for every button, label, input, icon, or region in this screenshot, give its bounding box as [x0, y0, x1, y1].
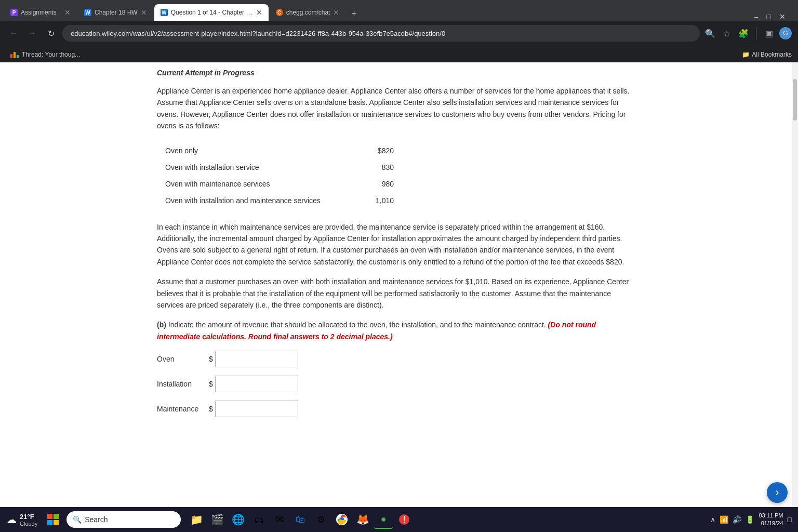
pricing-row-1: Oven only $820 — [165, 142, 635, 159]
tab-close-chapter18hw[interactable]: ✕ — [141, 8, 147, 17]
clock-date: 01/19/24 — [759, 520, 783, 527]
address-icons: 🔍 ☆ 🧩 ▣ G — [704, 27, 792, 39]
tab-close-cheggchat[interactable]: ✕ — [333, 8, 339, 17]
oven-label: Oven — [157, 355, 209, 363]
new-tab-button[interactable]: + — [347, 6, 361, 21]
datetime-display[interactable]: 03:11 PM 01/19/24 — [759, 512, 783, 528]
extensions-icon[interactable]: 🧩 — [737, 27, 750, 39]
body-paragraph-1: In each instance in which maintenance se… — [157, 221, 635, 268]
taskbar-app-store[interactable]: 🛍 — [291, 510, 310, 529]
start-button[interactable] — [44, 510, 62, 529]
taskbar-app-files[interactable]: 🗂 — [249, 510, 268, 529]
tab-close-assignments[interactable]: ✕ — [64, 8, 71, 17]
tab-favicon-question1: W — [161, 9, 168, 16]
maintenance-input[interactable] — [215, 401, 298, 417]
sidebar-icon[interactable]: ▣ — [763, 27, 775, 39]
tab-cheggchat[interactable]: C chegg.com/chat ✕ — [270, 4, 346, 21]
browser-chrome: P Assignments ✕ W Chapter 18 HW ✕ W Ques… — [0, 0, 798, 62]
tab-favicon-assignments: P — [10, 9, 18, 16]
intro-paragraph: Appliance Center is an experienced home … — [157, 85, 635, 132]
taskbar-app-settings[interactable]: ⚙ — [312, 510, 330, 529]
bookmarks-folder-icon: 📁 — [742, 51, 750, 58]
taskbar-app-firefox[interactable]: 🦊 — [353, 510, 372, 529]
maintenance-label: Maintenance — [157, 405, 209, 413]
taskbar-app-fileexplorer[interactable]: 📁 — [187, 510, 206, 529]
part-label: (b) — [157, 321, 166, 329]
tab-label-cheggchat: chegg.com/chat — [286, 9, 330, 16]
installation-input[interactable] — [215, 376, 298, 392]
scroll-right-button[interactable]: › — [767, 482, 788, 503]
all-bookmarks-label: All Bookmarks — [752, 51, 792, 58]
taskbar-app-mediaplayer[interactable]: 🎬 — [208, 510, 227, 529]
battery-icon[interactable]: 🔋 — [746, 515, 754, 524]
reload-button[interactable]: ↻ — [44, 26, 58, 41]
scrollbar-track[interactable] — [792, 62, 798, 507]
all-bookmarks[interactable]: 📁 All Bookmarks — [742, 51, 792, 58]
tab-chapter18hw[interactable]: W Chapter 18 HW ✕ — [78, 4, 153, 21]
weather-icon: ☁ — [6, 513, 17, 526]
minimize-button[interactable]: – — [754, 12, 759, 21]
pricing-value-2: 830 — [352, 163, 394, 171]
search-label: Search — [85, 515, 108, 524]
tab-close-question1[interactable]: ✕ — [256, 8, 262, 17]
maintenance-input-row: Maintenance $ — [157, 401, 635, 417]
taskbar-app-notification[interactable]: ! — [395, 510, 414, 529]
maximize-button[interactable]: □ — [767, 12, 771, 21]
pricing-label-3: Oven with maintenance services — [165, 180, 352, 188]
taskbar-app-edge[interactable]: 🌐 — [229, 510, 247, 529]
search-address-icon[interactable]: 🔍 — [704, 27, 716, 39]
clock-time: 03:11 PM — [759, 512, 783, 520]
pricing-table: Oven only $820 Oven with installation se… — [165, 142, 635, 209]
window-controls: – □ ✕ — [754, 12, 794, 21]
search-icon: 🔍 — [73, 515, 82, 524]
maintenance-dollar-sign: $ — [209, 405, 213, 413]
pricing-label-4: Oven with installation and maintenance s… — [165, 196, 352, 205]
oven-input-row: Oven $ — [157, 351, 635, 367]
address-bar-row: ← → ↻ 🔍 ☆ 🧩 ▣ G — [0, 21, 798, 46]
toolbar-divider — [756, 27, 756, 39]
tab-question1[interactable]: W Question 1 of 14 - Chapter 18 H ✕ — [154, 4, 269, 21]
article: Current Attempt in Progress Appliance Ce… — [136, 62, 656, 436]
bookmark-star-icon[interactable]: ☆ — [721, 27, 733, 39]
taskbar-app-mail[interactable]: ✉ — [270, 510, 289, 529]
content-area: Current Attempt in Progress Appliance Ce… — [0, 62, 798, 507]
pricing-label-2: Oven with installation service — [165, 163, 352, 171]
bookmark-thread-label: Thread: Your thoug... — [22, 51, 80, 58]
notification-center-icon[interactable]: □ — [788, 515, 792, 524]
installation-label: Installation — [157, 380, 209, 388]
close-window-button[interactable]: ✕ — [779, 12, 786, 21]
current-attempt-label: Current Attempt in Progress — [157, 69, 635, 77]
question-part-b: (b) Indicate the amount of revenue that … — [157, 319, 635, 342]
taskbar-app-active-chrome[interactable]: ● — [374, 510, 393, 529]
address-input[interactable] — [62, 25, 700, 42]
pricing-row-4: Oven with installation and maintenance s… — [165, 192, 635, 209]
pricing-label-1: Oven only — [165, 147, 352, 155]
forward-button[interactable]: → — [25, 26, 39, 41]
chevron-up-icon[interactable]: ∧ — [710, 515, 715, 524]
profile-avatar[interactable]: G — [779, 27, 792, 39]
installation-input-row: Installation $ — [157, 376, 635, 392]
svg-rect-1 — [54, 514, 59, 519]
weather-widget: ☁ 21°F Cloudy — [6, 513, 37, 527]
network-icon[interactable]: 📶 — [720, 515, 728, 524]
oven-input[interactable] — [215, 351, 298, 367]
bookmark-thread-icon — [10, 49, 20, 60]
tab-assignments[interactable]: P Assignments ✕ — [4, 4, 77, 21]
bookmark-thread[interactable]: Thread: Your thoug... — [6, 48, 84, 61]
oven-dollar-sign: $ — [209, 355, 213, 363]
input-section: Oven $ Installation $ Maintenance $ — [157, 351, 635, 417]
body-paragraph-2: Assume that a customer purchases an oven… — [157, 276, 635, 311]
volume-icon[interactable]: 🔊 — [733, 515, 741, 524]
tab-favicon-cheggchat: C — [276, 9, 283, 16]
scrollbar-thumb[interactable] — [793, 79, 797, 121]
taskbar-search[interactable]: 🔍 Search — [66, 511, 181, 528]
pricing-row-2: Oven with installation service 830 — [165, 159, 635, 176]
pricing-value-1: $820 — [352, 147, 394, 155]
taskbar-app-browser2[interactable] — [332, 510, 351, 529]
chevron-right-icon: › — [775, 487, 779, 498]
installation-dollar-sign: $ — [209, 380, 213, 388]
back-button[interactable]: ← — [6, 26, 21, 41]
taskbar: ☁ 21°F Cloudy 🔍 Search 📁 🎬 🌐 🗂 — [0, 507, 798, 532]
pricing-value-3: 980 — [352, 180, 394, 188]
page-content: Current Attempt in Progress Appliance Ce… — [0, 62, 792, 507]
